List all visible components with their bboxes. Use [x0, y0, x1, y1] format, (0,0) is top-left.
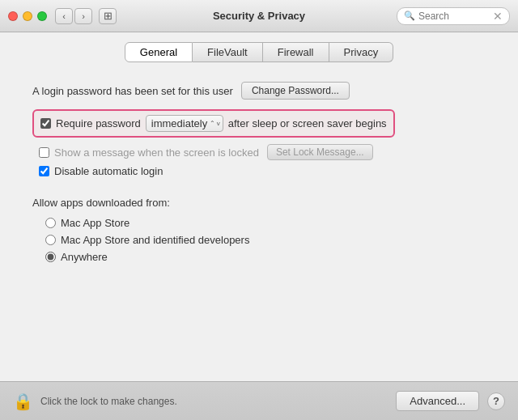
login-password-text: A login password has been set for this u…	[32, 85, 233, 97]
disable-auto-login-checkbox[interactable]	[39, 166, 49, 176]
tab-filevault[interactable]: FileVault	[193, 42, 263, 62]
radio-mac-app-store[interactable]	[45, 218, 56, 228]
titlebar: ‹ › ⊞ Security & Privacy 🔍 ✕	[0, 0, 518, 32]
tab-bar: General FileVault Firewall Privacy	[0, 32, 518, 69]
search-icon: 🔍	[404, 11, 415, 21]
maximize-button[interactable]	[37, 11, 47, 21]
require-password-checkbox[interactable]	[40, 118, 51, 129]
lock-message: Click the lock to make changes.	[40, 396, 396, 407]
after-sleep-text: after sleep or screen saver begins	[228, 117, 387, 129]
grid-button[interactable]: ⊞	[99, 8, 117, 24]
radio-label-identified: Mac App Store and identified developers	[61, 234, 249, 246]
close-button[interactable]	[8, 11, 18, 21]
radio-row-anywhere: Anywhere	[45, 251, 486, 263]
disable-auto-login-row: Disable automatic login	[32, 165, 486, 177]
back-button[interactable]: ‹	[55, 8, 73, 24]
radio-label-anywhere: Anywhere	[61, 251, 108, 263]
radio-row-identified: Mac App Store and identified developers	[45, 234, 486, 246]
tab-privacy[interactable]: Privacy	[329, 42, 394, 62]
password-timing-select[interactable]: immediately	[146, 115, 223, 132]
radio-anywhere[interactable]	[45, 252, 56, 262]
login-password-row: A login password has been set for this u…	[32, 82, 486, 100]
tab-general[interactable]: General	[125, 42, 193, 62]
help-button[interactable]: ?	[487, 392, 505, 410]
general-panel: A login password has been set for this u…	[0, 69, 518, 381]
radio-row-mac-app-store: Mac App Store	[45, 217, 486, 229]
search-box[interactable]: 🔍 ✕	[397, 7, 510, 25]
bottom-bar: 🔒 Click the lock to make changes. Advanc…	[0, 381, 518, 420]
password-timing-wrapper: immediately	[146, 115, 223, 132]
change-password-button[interactable]: Change Password...	[241, 82, 350, 100]
show-message-checkbox[interactable]	[39, 147, 49, 158]
radio-label-mac-app-store: Mac App Store	[61, 217, 130, 229]
search-clear-icon[interactable]: ✕	[493, 10, 503, 23]
download-section: Allow apps downloaded from: Mac App Stor…	[32, 197, 486, 263]
show-message-row: Show a message when the screen is locked…	[32, 144, 486, 160]
show-message-label: Show a message when the screen is locked	[54, 146, 259, 159]
forward-button[interactable]: ›	[74, 8, 92, 24]
allow-apps-label: Allow apps downloaded from:	[32, 197, 486, 209]
traffic-lights	[8, 11, 47, 21]
advanced-button[interactable]: Advanced...	[396, 391, 479, 411]
require-password-label: Require password	[56, 117, 141, 129]
radio-identified-developers[interactable]	[45, 235, 56, 245]
download-radio-group: Mac App Store Mac App Store and identifi…	[32, 217, 486, 263]
require-password-row: Require password immediately after sleep…	[32, 109, 395, 138]
minimize-button[interactable]	[23, 11, 32, 21]
search-input[interactable]	[418, 11, 490, 22]
disable-auto-login-label: Disable automatic login	[54, 165, 163, 177]
lock-icon[interactable]: 🔒	[13, 392, 32, 411]
content-area: General FileVault Firewall Privacy A log…	[0, 32, 518, 381]
set-lock-message-button[interactable]: Set Lock Message...	[267, 144, 373, 160]
window-title: Security & Privacy	[213, 10, 305, 22]
tab-firewall[interactable]: Firewall	[263, 42, 329, 62]
